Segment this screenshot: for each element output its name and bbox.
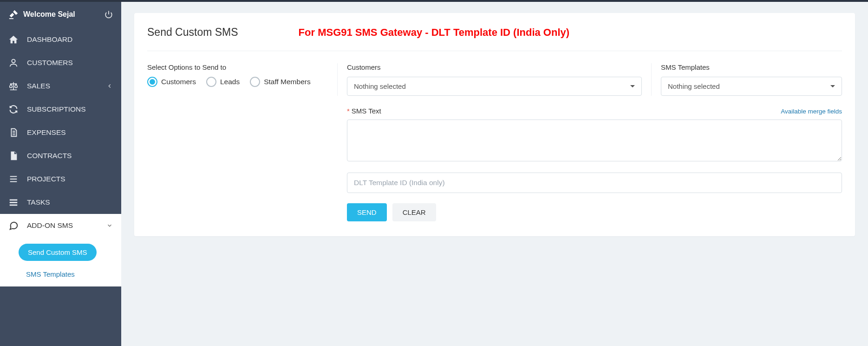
document-icon: [8, 127, 19, 138]
sidebar-item-projects[interactable]: PROJECTS: [0, 167, 121, 191]
gavel-icon: [8, 9, 19, 20]
sidebar-item-sales[interactable]: SALES: [0, 74, 121, 98]
nav-label: CUSTOMERS: [27, 59, 113, 67]
sms-text-label: *SMS Text: [347, 107, 381, 115]
caret-down-icon: [830, 85, 835, 87]
refresh-icon: [8, 104, 19, 114]
card-header: Send Custom SMS For MSG91 SMS Gateway - …: [147, 26, 842, 51]
nav-label: TASKS: [27, 198, 113, 206]
page-title: Send Custom SMS: [147, 26, 238, 39]
user-icon: [8, 58, 19, 68]
tasks-icon: [8, 197, 19, 207]
merge-fields-link[interactable]: Available merge fields: [781, 108, 842, 115]
radio-group-send-to: Customers Leads Staff Members: [147, 77, 328, 87]
balance-icon: [8, 81, 19, 91]
submenu-send-custom-sms[interactable]: Send Custom SMS: [19, 244, 97, 261]
radio-label: Staff Members: [264, 78, 311, 86]
submenu-sms-templates[interactable]: SMS Templates: [0, 266, 121, 286]
column-send-options: Select Options to Send to Customers Lead…: [147, 63, 338, 96]
required-star: *: [347, 107, 350, 115]
power-icon[interactable]: [104, 10, 113, 19]
sidebar-item-tasks[interactable]: TASKS: [0, 191, 121, 214]
home-icon: [8, 34, 19, 45]
sidebar-submenu: ADD-ON SMS Send Custom SMS SMS Templates: [0, 214, 121, 286]
sidebar: Welcome Sejal DASHBOARD CUSTOMERS SALES: [0, 2, 121, 346]
sidebar-item-customers[interactable]: CUSTOMERS: [0, 51, 121, 74]
sidebar-item-dashboard[interactable]: DASHBOARD: [0, 28, 121, 51]
customers-select[interactable]: Nothing selected: [347, 77, 642, 96]
sidebar-item-addon-sms[interactable]: ADD-ON SMS: [0, 214, 121, 237]
radio-staff[interactable]: Staff Members: [250, 77, 311, 87]
nav-label: ADD-ON SMS: [27, 221, 98, 230]
nav-label: SALES: [27, 82, 98, 90]
card: Send Custom SMS For MSG91 SMS Gateway - …: [134, 13, 855, 236]
row-sms-body: *SMS Text Available merge fields SEND CL…: [147, 107, 842, 221]
welcome-text: Welcome Sejal: [23, 10, 100, 19]
column-customers: Customers Nothing selected: [338, 63, 652, 96]
sidebar-item-subscriptions[interactable]: SUBSCRIPTIONS: [0, 98, 121, 121]
radio-customers[interactable]: Customers: [147, 77, 196, 87]
sms-text-input[interactable]: [347, 120, 842, 161]
submenu-active-wrap: Send Custom SMS: [0, 237, 121, 266]
sms-label-row: *SMS Text Available merge fields: [347, 107, 842, 115]
column-templates: SMS Templates Nothing selected: [652, 63, 842, 96]
svg-rect-2: [10, 202, 18, 203]
nav-label: DASHBOARD: [27, 35, 113, 44]
svg-point-0: [12, 60, 15, 63]
select-value: Nothing selected: [354, 82, 406, 90]
select-options-label: Select Options to Send to: [147, 63, 328, 71]
sidebar-item-contracts[interactable]: CONTRACTS: [0, 144, 121, 167]
welcome-row: Welcome Sejal: [0, 2, 121, 28]
sidebar-item-expenses[interactable]: EXPENSES: [0, 121, 121, 144]
svg-rect-3: [10, 205, 18, 206]
dlt-template-input[interactable]: [347, 173, 842, 193]
templates-select[interactable]: Nothing selected: [661, 77, 842, 96]
radio-leads[interactable]: Leads: [206, 77, 240, 87]
list-icon: [8, 174, 19, 184]
gateway-warning: For MSG91 SMS Gateway - DLT Template ID …: [299, 27, 570, 39]
file-icon: [8, 151, 19, 161]
select-value: Nothing selected: [668, 82, 720, 90]
customers-label: Customers: [347, 63, 642, 71]
nav-label: CONTRACTS: [27, 152, 113, 160]
radio-label: Leads: [220, 78, 240, 86]
nav-label: SUBSCRIPTIONS: [27, 105, 113, 113]
chevron-left-icon: [106, 83, 113, 89]
chat-icon: [8, 220, 19, 231]
radio-label: Customers: [161, 78, 196, 86]
nav-label: PROJECTS: [27, 175, 113, 183]
chevron-down-icon: [106, 222, 113, 229]
svg-rect-1: [10, 200, 18, 201]
templates-label: SMS Templates: [661, 63, 842, 71]
caret-down-icon: [630, 85, 635, 87]
button-row: SEND CLEAR: [347, 203, 842, 221]
main-content: Send Custom SMS For MSG91 SMS Gateway - …: [121, 2, 868, 346]
nav-label: EXPENSES: [27, 128, 113, 137]
form-columns: Select Options to Send to Customers Lead…: [147, 63, 842, 96]
send-button[interactable]: SEND: [347, 203, 387, 221]
clear-button[interactable]: CLEAR: [392, 203, 436, 221]
